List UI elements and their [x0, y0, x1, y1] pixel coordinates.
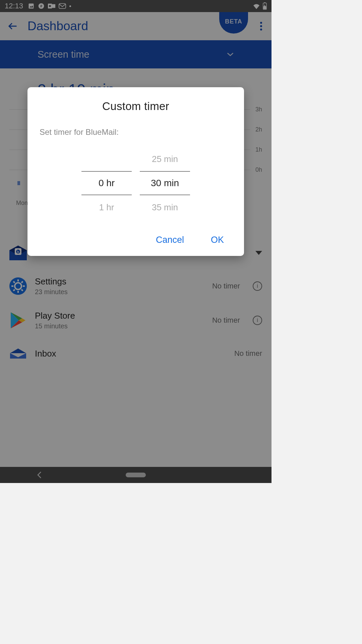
dialog-subtitle: Set timer for BlueMail: — [27, 113, 244, 137]
cancel-button[interactable]: Cancel — [156, 235, 184, 245]
minutes-current: 30 min — [140, 171, 190, 195]
minutes-next: 35 min — [152, 195, 178, 219]
hours-current: 0 hr — [81, 171, 132, 195]
dialog-title: Custom timer — [27, 100, 244, 113]
custom-timer-dialog: Custom timer Set timer for BlueMail: 0 h… — [27, 87, 244, 256]
minutes-prev: 25 min — [152, 147, 178, 171]
ok-button[interactable]: OK — [211, 235, 224, 245]
hours-next: 1 hr — [99, 195, 114, 219]
hours-picker[interactable]: 0 hr 1 hr — [81, 147, 132, 219]
minutes-picker[interactable]: 25 min 30 min 35 min — [140, 147, 190, 219]
